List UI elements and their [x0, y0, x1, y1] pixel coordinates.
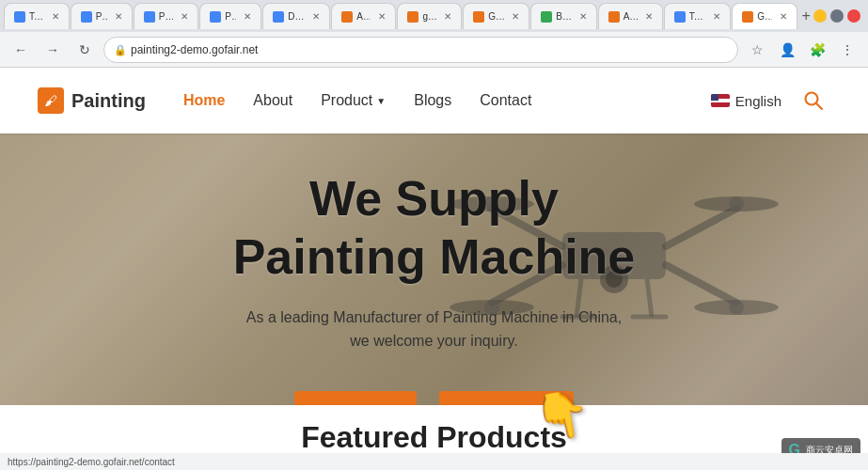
- tab-icon-9: [541, 11, 552, 23]
- status-bar: https://painting2-demo.gofair.net/contac…: [0, 453, 868, 470]
- search-button[interactable]: [797, 84, 830, 118]
- nav-blogs[interactable]: Blogs: [414, 92, 451, 109]
- tab-icon-2: [81, 11, 92, 23]
- tab-1[interactable]: Tags · env... ✕: [4, 3, 70, 29]
- status-url: https://painting2-demo.gofair.net/contac…: [8, 457, 175, 467]
- hero-title: We Supply Painting Machine: [233, 169, 636, 287]
- tab-3[interactable]: Posts · en... ✕: [134, 3, 198, 29]
- address-bar[interactable]: 🔒 painting2-demo.gofair.net: [103, 37, 738, 63]
- new-tab-button[interactable]: +: [798, 3, 813, 29]
- navbar: 🖌 Painting Home About Product ▼ Blogs Co…: [0, 68, 868, 133]
- extensions-button[interactable]: 🧩: [804, 37, 830, 63]
- hero-section: We Supply Painting Machine As a leading …: [0, 133, 868, 470]
- close-button[interactable]: [847, 9, 860, 23]
- tab-6[interactable]: Assemble... ✕: [331, 3, 396, 29]
- browser-controls: ← → ↻ 🔒 painting2-demo.gofair.net ☆ 👤 🧩 …: [0, 32, 868, 68]
- nav-home[interactable]: Home: [183, 92, 225, 109]
- tab-10[interactable]: Assemble... ✕: [598, 3, 663, 29]
- nav-right: English: [711, 84, 830, 118]
- nav-contact[interactable]: Contact: [480, 92, 531, 109]
- tab-icon-1: [14, 11, 25, 23]
- tab-5[interactable]: Dashboard... ✕: [262, 3, 330, 29]
- bookmark-button[interactable]: ☆: [744, 37, 770, 63]
- svg-line-1: [816, 103, 822, 109]
- forward-button[interactable]: →: [39, 37, 66, 63]
- tab-icon-3: [144, 11, 155, 23]
- cursor-hand-icon: 👇: [530, 384, 595, 446]
- flag-icon: [711, 94, 730, 107]
- tab-8[interactable]: Gofair外贸... ✕: [463, 3, 529, 29]
- tab-icon-8: [473, 11, 484, 23]
- logo-text: Painting: [71, 90, 146, 112]
- hero-subtitle: As a leading Manufacturer of Painting Ma…: [246, 306, 622, 353]
- browser-chrome: Tags · env... ✕ Plugins ·... ✕ Posts · e…: [0, 0, 868, 68]
- language-label: English: [735, 93, 781, 109]
- lock-icon: 🔒: [114, 44, 127, 56]
- tab-icon-4: [210, 11, 221, 23]
- logo[interactable]: 🖌 Painting: [38, 87, 146, 114]
- nav-product[interactable]: Product ▼: [321, 92, 386, 109]
- back-button[interactable]: ←: [8, 37, 34, 63]
- maximize-button[interactable]: [830, 9, 844, 23]
- website-content: 🖌 Painting Home About Product ▼ Blogs Co…: [0, 68, 868, 470]
- tab-icon-12: [742, 11, 753, 23]
- menu-button[interactable]: ⋮: [834, 37, 860, 63]
- language-selector[interactable]: English: [711, 93, 781, 109]
- search-icon: [803, 90, 824, 111]
- profile-button[interactable]: 👤: [774, 37, 800, 63]
- tab-7[interactable]: gofairvide... ✕: [397, 3, 462, 29]
- nav-about[interactable]: About: [253, 92, 292, 109]
- tab-icon-10: [608, 11, 620, 23]
- logo-icon: 🖌: [38, 87, 64, 114]
- nav-links: Home About Product ▼ Blogs Contact: [183, 92, 711, 109]
- browser-actions: ☆ 👤 🧩 ⋮: [744, 37, 860, 63]
- reload-button[interactable]: ↻: [71, 37, 98, 63]
- tab-icon-5: [273, 11, 284, 23]
- tab-9[interactable]: Blogs – Gl... ✕: [530, 3, 596, 29]
- tab-bar: Tags · env... ✕ Plugins ·... ✕ Posts · e…: [0, 0, 868, 32]
- tab-12-active[interactable]: GLORY M... ✕: [732, 3, 797, 29]
- tab-icon-6: [341, 11, 353, 23]
- tab-icon-11: [674, 11, 686, 23]
- url-text: painting2-demo.gofair.net: [131, 43, 258, 56]
- minimize-button[interactable]: [813, 9, 827, 23]
- tab-4[interactable]: Plugins ·... ✕: [199, 3, 261, 29]
- tab-2[interactable]: Plugins ·... ✕: [71, 3, 133, 29]
- tab-11[interactable]: Test Produ... ✕: [664, 3, 731, 29]
- featured-products-title: Featured Products: [15, 420, 853, 455]
- tab-icon-7: [407, 11, 418, 23]
- dropdown-arrow-icon: ▼: [376, 96, 386, 106]
